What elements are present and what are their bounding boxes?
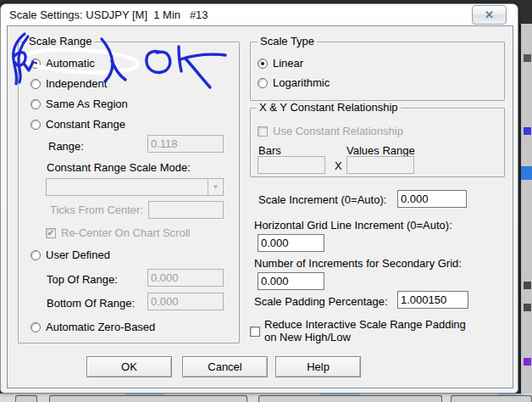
close-button[interactable]: ✕ (472, 5, 507, 25)
radio-logarithmic[interactable]: Logarithmic (258, 76, 330, 89)
values-range-label: Values Range (346, 144, 415, 157)
close-icon: ✕ (485, 8, 494, 21)
radio-icon[interactable] (258, 78, 268, 88)
radio-same-as-region[interactable]: Same As Region (30, 98, 128, 110)
background-app-fragment (524, 282, 531, 289)
background-app-fragment (15, 395, 37, 402)
radio-linear-label: Linear (273, 57, 303, 70)
ticks-from-center-label: Ticks From Center: (50, 204, 143, 216)
help-button[interactable]: Help (275, 356, 361, 377)
multiply-label: X (335, 159, 342, 172)
bottom-of-range-label: Bottom Of Range: (47, 297, 135, 310)
radio-constant-range-label: Constant Range (46, 118, 125, 131)
xy-group-title: X & Y Constant Relationship (257, 102, 401, 114)
bars-field (258, 156, 325, 174)
background-app-fragment (451, 395, 532, 402)
radio-automatic[interactable]: Automatic (30, 57, 95, 70)
background-app-fragment (524, 127, 531, 135)
horizontal-grid-increment-label: Horizontal Grid Line Increment (0=Auto): (254, 219, 452, 232)
radio-logarithmic-label: Logarithmic (273, 76, 330, 89)
scale-range-group-title: Scale Range (26, 36, 94, 47)
background-app-fragment (524, 54, 531, 62)
values-range-field (346, 156, 414, 174)
background-app-fragment (524, 358, 531, 366)
background-app-fragment (498, 394, 524, 395)
unchecked-checkbox-icon (258, 126, 268, 137)
secondary-grid-increments-label: Number of Increments for Secondary Grid: (254, 257, 462, 270)
dropdown-arrow-icon: ▼ (208, 179, 223, 195)
use-constant-relationship-label: Use Constant Relationship (273, 125, 403, 137)
top-of-range-label: Top Of Range: (47, 273, 118, 286)
checkbox-recenter-on-chart-scroll: ✔ Re-Center On Chart Scroll (46, 226, 190, 239)
scale-padding-percentage-field[interactable] (397, 291, 468, 309)
checkbox-use-constant-relationship: Use Constant Relationship (258, 125, 403, 137)
background-app-fragment (49, 395, 247, 402)
scale-increment-label: Scale Increment (0=Auto): (258, 193, 386, 206)
reduce-padding-label-line1: Reduce Interactive Scale Range Padding (264, 318, 466, 331)
radio-automatic-label: Automatic (46, 57, 95, 70)
horizontal-grid-increment-field[interactable] (258, 234, 324, 252)
bottom-of-range-field (147, 293, 224, 310)
background-app-selection-fragment (521, 166, 532, 180)
radio-independent[interactable]: Independent (30, 77, 107, 90)
radio-icon[interactable] (30, 120, 41, 130)
unchecked-checkbox-icon[interactable] (250, 327, 260, 337)
constant-range-scale-mode-dropdown: ▼ (46, 178, 224, 196)
cancel-button[interactable]: Cancel (182, 356, 268, 377)
background-window-right-strip (519, 24, 532, 402)
radio-icon[interactable] (30, 99, 41, 109)
ok-button[interactable]: OK (86, 356, 172, 377)
radio-automatic-zero-based-label: Automatic Zero-Based (46, 321, 155, 333)
range-label: Range: (48, 140, 84, 153)
scale-increment-field[interactable] (397, 190, 467, 208)
background-app-fragment (258, 395, 442, 402)
background-app-fragment (320, 394, 359, 395)
scale-padding-percentage-label: Scale Padding Percentage: (254, 295, 388, 308)
reduce-padding-label-line2: on New High/Low (264, 331, 351, 343)
range-field (147, 135, 224, 153)
secondary-grid-increments-field[interactable] (258, 272, 324, 290)
radio-icon[interactable] (30, 322, 41, 332)
scale-type-group: Scale Type (250, 42, 505, 101)
radio-constant-range[interactable]: Constant Range (30, 118, 125, 131)
radio-automatic-zero-based[interactable]: Automatic Zero-Based (30, 321, 155, 333)
screen: Scale Settings: USDJPY [M] 1 Min #13 ✕ S… (0, 0, 532, 402)
scale-settings-dialog: Scale Settings: USDJPY [M] 1 Min #13 ✕ S… (0, 3, 518, 394)
radio-independent-label: Independent (46, 77, 107, 90)
radio-icon[interactable] (30, 250, 41, 260)
radio-selected-icon[interactable] (258, 59, 268, 69)
background-app-fragment (524, 304, 531, 311)
radio-selected-icon[interactable] (30, 59, 41, 69)
recenter-label: Re-Center On Chart Scroll (61, 226, 190, 239)
radio-linear[interactable]: Linear (258, 57, 303, 70)
dialog-title: Scale Settings: USDJPY [M] 1 Min #13 (9, 8, 208, 21)
radio-user-defined[interactable]: User Defined (30, 248, 110, 261)
top-of-range-field (147, 269, 224, 287)
check-glyph: ✔ (47, 228, 54, 237)
constant-range-scale-mode-label: Constant Range Scale Mode: (47, 161, 191, 174)
checkbox-reduce-interactive-padding[interactable] (250, 325, 260, 338)
bars-label: Bars (258, 144, 281, 157)
background-app-fragment (125, 394, 164, 395)
radio-same-as-region-label: Same As Region (46, 98, 128, 110)
checked-checkbox-icon: ✔ (46, 228, 56, 238)
radio-user-defined-label: User Defined (46, 248, 110, 261)
radio-icon[interactable] (30, 79, 41, 89)
background-window-bottom-strip (0, 394, 532, 402)
ticks-from-center-field (148, 201, 224, 219)
dialog-client-area: Scale Range Automatic Independent Same A… (7, 25, 513, 388)
scale-type-group-title: Scale Type (258, 36, 317, 47)
titlebar[interactable]: Scale Settings: USDJPY [M] 1 Min #13 ✕ (1, 4, 518, 25)
